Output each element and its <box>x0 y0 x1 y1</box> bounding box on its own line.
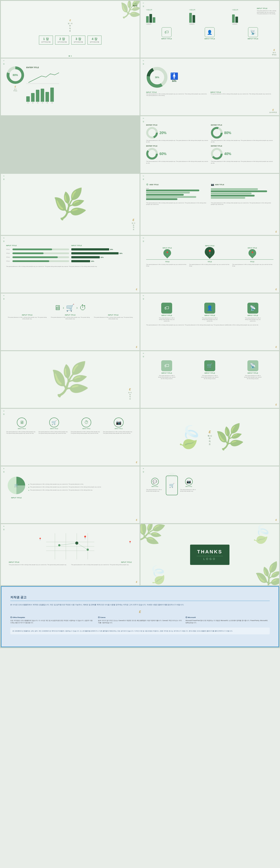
title-label-9a: TITLE <box>165 261 169 262</box>
slide17-num: 4 장 <box>142 468 144 472</box>
desc-8: The great pleasure in life is doing what… <box>6 266 134 267</box>
input-title-8: INPUT TITLE <box>6 245 69 247</box>
donut-80 <box>211 127 223 139</box>
slide9-num: 2 장 <box>142 238 144 241</box>
input-title-14b: INPUT TITLE <box>49 428 59 429</box>
slide-13: 3 장 🏷 INPUT TITLE The great pleasure in … <box>140 351 279 408</box>
slide10-num: 2 장 <box>3 295 5 299</box>
slide5-num: 2 장 <box>142 118 144 121</box>
desc-10b: The great pleasure in life is doing what… <box>50 317 91 320</box>
input-title-17b: INPUT TITLE <box>180 486 198 487</box>
input-title-11b: INPUT TITLE <box>204 314 215 316</box>
donut-20 <box>146 127 158 139</box>
slide14-num: 3 장 <box>3 410 5 414</box>
clock-icon: ⏱ <box>79 304 86 312</box>
enter-title-80b: ENTER TITLE <box>211 124 222 126</box>
enter-title-60: ENTER TITLE <box>146 145 158 147</box>
tag-icon-13: 🏷 <box>161 360 172 371</box>
slide-12: 🌿 ε 보 사무직조 <box>1 351 140 408</box>
desc-11b: The great pleasure in life is doing what… <box>201 317 219 322</box>
desc-16b: The great pleasure in life is doing what… <box>30 486 101 488</box>
pin-title-2: INPUT TITLE <box>205 245 214 247</box>
slide-1: CONT 목차 🌿 ε 보 사무직조 1 장 업무주영성과봄 2 장 업무건정성… <box>1 1 140 58</box>
input-title-10c: INPUT TITLE <box>92 314 134 316</box>
bar-chart-3 <box>26 87 134 102</box>
slide11-num: 2 장 <box>142 295 144 299</box>
desc-4a: The great pleasure in life is doing what… <box>146 93 209 96</box>
chapter-4: 4 장 업무진영성과봄 <box>87 36 102 44</box>
logo-e-mark: ε <box>69 18 71 22</box>
slide6-num: 2 장 <box>3 176 5 179</box>
input-title-18b: INPUT TITLE <box>121 561 132 563</box>
wifi-filled-icon: 📡 <box>247 303 258 314</box>
tag-icon: 🏷 <box>162 27 171 37</box>
title-label-9c: TITLE <box>250 261 254 262</box>
desc-16c: The great pleasure in life is doing what… <box>30 489 93 491</box>
input-title-14d: INPUT TITLE <box>114 428 123 429</box>
desc-11-full: The great pleasure in life is doing what… <box>146 324 274 326</box>
additional-copyright-text: 본 프레젠테이션 템플릿은 교육, 업무, 개인 프레젠테이션 목적으로 자유롭… <box>12 630 268 632</box>
input-title-14a: INPUT TITLE <box>17 428 27 429</box>
slide-19: 🌿 🌿 🍃 🍃 THANKS LOGO <box>140 524 279 585</box>
slide-2: 1 장 내용입력 내용입력 내용입력 내용입력 <box>140 1 279 58</box>
chapter-3: 3 장 업무진영성과봄 <box>71 36 85 44</box>
slide4-num: 2 장 <box>142 60 144 64</box>
slide-8: 2 장 INPUT TITLE TITLE TITLE TITLE <box>1 236 140 292</box>
desc-11a: The great pleasure in life is doing what… <box>158 317 175 322</box>
copyright-section-3-title: ⓒ Microsoft <box>186 616 270 619</box>
slide-15: 🍃 ε 복 사무직조 🌿 <box>140 409 279 466</box>
input-title-13b: INPUT TITLE <box>204 372 215 374</box>
donut-60 <box>146 148 158 160</box>
copyright-section-1-text: 모든 저작권은 오피스탬플릿에 있습니다. 이 서식은 개인 및 비상업적 용도… <box>10 620 94 624</box>
desc-16a: The great pleasure in life is doing what… <box>30 484 84 485</box>
cart-icon-13: 🛒 <box>204 360 215 371</box>
svg-text:🛒: 🛒 <box>14 483 19 487</box>
monitor-circle-14: 🖥 <box>17 417 27 427</box>
cart-icon: 🛒 <box>66 304 75 312</box>
desc-10a: The great pleasure in life is doing what… <box>6 317 48 320</box>
pie-chart-16: 🛒 <box>6 475 26 495</box>
input-title-13a: INPUT TITLE <box>162 372 172 374</box>
input-title-13c: INPUT TITLE <box>247 372 258 374</box>
cart-circle-14: 🛒 <box>49 417 59 427</box>
donut-chart-80: 80% <box>6 66 24 84</box>
arrow-right-1: › <box>63 306 64 310</box>
input-title-17a: INPUT TITLE <box>146 486 164 487</box>
slide8-num: 2 장 <box>3 238 5 241</box>
enter-title-40: ENTER TITLE <box>211 145 222 147</box>
desc-9c: The great pleasure in life is doing what… <box>232 264 274 267</box>
input-title-10b: INPUT TITLE <box>50 314 91 316</box>
input-title-11c: INPUT TITLE <box>247 314 258 316</box>
wifi-icon: 📡 <box>248 27 258 37</box>
input-title-10a: INPUT TITLE <box>6 314 48 316</box>
input-title-1: INPUT TITLE <box>161 38 172 40</box>
line-chart <box>26 69 59 85</box>
desc-20: The great pleasure in life is doing what… <box>146 140 209 143</box>
slide-6: 2 장 🌿 ε 보 사무직조 <box>1 174 140 235</box>
small-desc: The great pleasure in life is doing what… <box>257 10 277 15</box>
pin-title-3: INPUT TITLE <box>248 247 257 249</box>
thanks-box: THANKS LOGO <box>190 545 229 565</box>
slide7-num: 2 장 <box>142 176 144 179</box>
input-title-8b: INPUT TITLE <box>71 245 134 247</box>
chapter-1: 1 장 업무주영성과봄 <box>39 36 53 44</box>
slide-10: 2 장 🖥 › 🛒 › ⏱ INPUT TITLE The <box>1 293 140 350</box>
desc-14c: The great pleasure in life is doing what… <box>71 431 102 434</box>
desc-40: The great pleasure in life is doing what… <box>211 161 274 164</box>
phone-mockup-17: 🛒 <box>166 475 178 495</box>
input-title-right: INPUT TITLE <box>257 7 277 9</box>
desc-left-7: The great pleasure in life is doing what… <box>146 202 209 205</box>
camera-circle-14: 📷 <box>114 417 123 427</box>
input-title-11a: INPUT TITLE <box>162 314 172 316</box>
brand-vertical: 보 사무직조 <box>68 22 73 32</box>
user-icon: 👤 <box>205 27 215 37</box>
slide-16: 4 장 🛒 INPUT TITLE The great <box>1 466 140 523</box>
tag-filled-icon: 🏷 <box>161 303 172 314</box>
slide18-num: 4 장 <box>3 526 5 529</box>
slide-14: 3 장 🖥 INPUT TITLE 🛒 INPUT TITLE ⏱ INPUT … <box>1 409 140 466</box>
wifi-icon-13: 📡 <box>247 360 258 371</box>
desc-18a: The great pleasure in life is doing what… <box>9 564 69 565</box>
slides-container: CONT 목차 🌿 ε 보 사무직조 1 장 업무주영성과봄 2 장 업무건정성… <box>0 0 280 648</box>
input-title-18a: INPUT TITLE <box>9 561 19 563</box>
slide16-num: 4 장 <box>3 468 5 472</box>
